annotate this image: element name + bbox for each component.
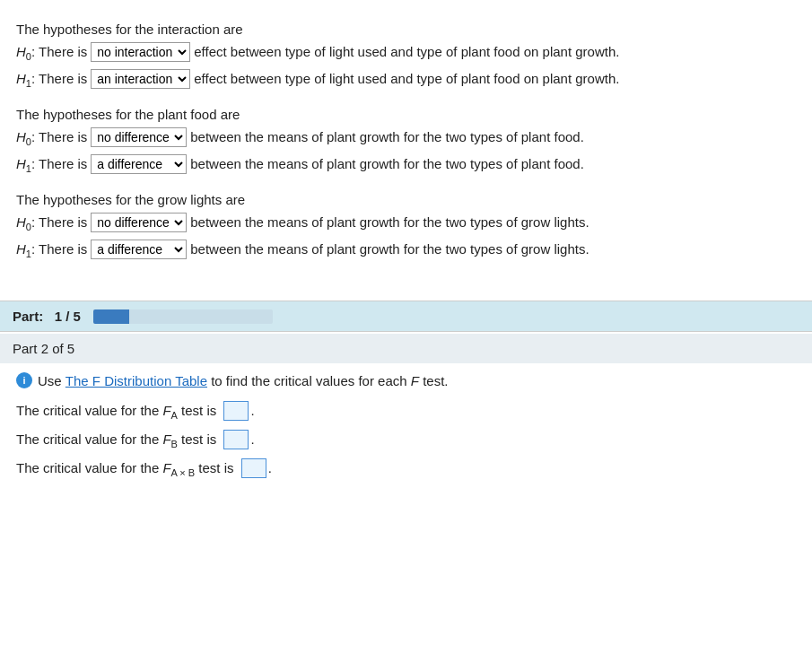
- part2-divider: [0, 331, 812, 332]
- info-icon: i: [16, 372, 32, 388]
- h0-interaction-select[interactable]: no interaction an interaction: [91, 42, 190, 62]
- faxb-critical-row: The critical value for the FA × B test i…: [16, 458, 796, 478]
- h1-plant-food-rest: between the means of plant growth for th…: [190, 156, 584, 171]
- part2-bar: Part 2 of 5: [0, 334, 812, 363]
- intro-text: The hypotheses for the interaction are: [16, 22, 796, 37]
- h0-plant-label: H0: There is: [16, 129, 87, 147]
- h0-plant-food-rest: between the means of plant growth for th…: [190, 129, 584, 144]
- fa-prefix: The critical value for the FA test is: [16, 403, 220, 421]
- h1-interaction-row: H1: There is no interaction an interacti…: [16, 69, 796, 89]
- use-table-row: i Use The F Distribution Table to find t…: [16, 372, 796, 388]
- part-bar-label: Part: 1 / 5: [13, 309, 81, 324]
- fb-prefix: The critical value for the FB test is: [16, 431, 220, 449]
- after-link-text: to find the critical values for each: [211, 373, 406, 388]
- h1-grow-lights-row: H1: There is no difference a difference …: [16, 240, 796, 259]
- h1-plant-label: H1: There is: [16, 156, 87, 174]
- h1-label: H1: There is: [16, 71, 87, 89]
- grow-lights-title: The hypotheses for the grow lights are: [16, 192, 796, 207]
- end-text: test.: [423, 373, 448, 388]
- h0-label: H0: There is: [16, 44, 87, 62]
- h1-interaction-select[interactable]: no interaction an interaction: [91, 69, 190, 89]
- part2-label: Part 2 of 5: [13, 341, 74, 356]
- f-label: F: [411, 373, 419, 388]
- fb-critical-row: The critical value for the FB test is .: [16, 430, 796, 449]
- f-distribution-link[interactable]: The F Distribution Table: [65, 373, 207, 388]
- h1-plant-food-select[interactable]: no difference a difference: [91, 154, 187, 174]
- fb-critical-input[interactable]: [223, 430, 249, 449]
- h0-grow-label: H0: There is: [16, 214, 87, 232]
- faxb-prefix: The critical value for the FA × B test i…: [16, 460, 238, 478]
- h0-grow-lights-select[interactable]: no difference a difference: [91, 213, 187, 232]
- part-bar: Part: 1 / 5: [0, 301, 812, 331]
- h0-interaction-row: H0: There is no interaction an interacti…: [16, 42, 796, 62]
- h0-plant-food-row: H0: There is no difference a difference …: [16, 127, 796, 147]
- fa-critical-input[interactable]: [223, 401, 249, 421]
- h1-grow-lights-select[interactable]: no difference a difference: [91, 240, 187, 259]
- progress-bar: [93, 309, 273, 324]
- fa-critical-row: The critical value for the FA test is .: [16, 401, 796, 421]
- progress-bar-fill: [93, 309, 129, 324]
- use-text: Use: [38, 373, 62, 388]
- h1-plant-food-row: H1: There is no difference a difference …: [16, 154, 796, 174]
- h1-grow-lights-rest: between the means of plant growth for th…: [190, 241, 589, 257]
- main-content: The hypotheses for the interaction are H…: [0, 0, 812, 284]
- h1-grow-label: H1: There is: [16, 241, 87, 259]
- h0-plant-food-select[interactable]: no difference a difference: [91, 127, 187, 147]
- h1-interaction-rest: effect between type of light used and ty…: [194, 71, 619, 86]
- h0-grow-lights-row: H0: There is no difference a difference …: [16, 213, 796, 232]
- plant-food-title: The hypotheses for the plant food are: [16, 107, 796, 122]
- faxb-critical-input[interactable]: [241, 458, 266, 478]
- part2-content: i Use The F Distribution Table to find t…: [0, 363, 812, 496]
- h0-grow-lights-rest: between the means of plant growth for th…: [190, 214, 589, 230]
- h0-interaction-rest: effect between type of light used and ty…: [194, 44, 619, 59]
